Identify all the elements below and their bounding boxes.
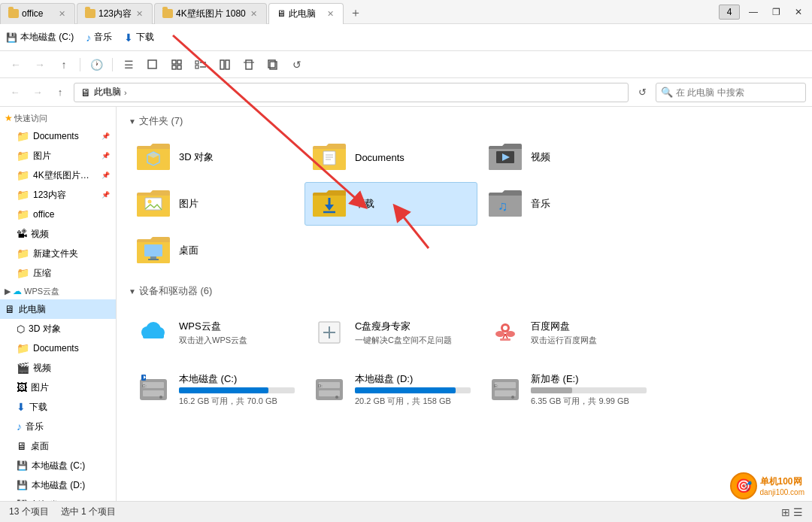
tab-close-123[interactable]: ✕ (135, 9, 144, 19)
drive-item-baidu[interactable]: 百度网盘 双击运行百度网盘 (480, 305, 653, 360)
quick-item-c[interactable]: 💾 本地磁盘 (C:) (3, 29, 77, 45)
tab-close-4k[interactable]: ✕ (249, 9, 259, 19)
svg-point-41 (495, 331, 504, 337)
folders-toggle[interactable]: ▼ (129, 117, 136, 126)
folder-icon-docs (311, 141, 347, 173)
back-button[interactable]: ← (6, 55, 26, 74)
status-bar: 13 个项目 选中 1 个项目 ⊞ ☰ (0, 501, 812, 522)
window-button[interactable] (143, 55, 162, 74)
forward-button[interactable]: → (30, 55, 50, 74)
drives-toggle[interactable]: ▼ (129, 287, 136, 296)
folder-item-3d[interactable]: 3D 对象 (129, 135, 301, 179)
folder-item-video[interactable]: 视频 (480, 135, 653, 179)
tab-label: office (22, 8, 43, 19)
sidebar-item-pc[interactable]: 🖥 此电脑 (0, 299, 116, 319)
recent-button[interactable]: 🕐 (86, 55, 106, 74)
sidebar-item-office[interactable]: 📁 office (0, 205, 116, 224)
tab-pc[interactable]: 🖥 此电脑 ✕ (268, 3, 344, 24)
folders-section-header[interactable]: ▼ 文件夹 (7) (129, 114, 800, 128)
folder-item-image[interactable]: 图片 (129, 182, 301, 226)
drive-item-wps[interactable]: WPS云盘 双击进入WPS云盘 (129, 305, 301, 360)
sidebar-item-label: 本地磁盘 (C:) (32, 460, 85, 472)
tab-123[interactable]: 123内容 ✕ (77, 3, 153, 24)
drive-item-e[interactable]: E: 新加卷 (E:) 6.35 GB 可用，共 9.99 GB (480, 363, 653, 417)
view-btn3[interactable] (215, 55, 235, 74)
svg-point-49 (159, 396, 162, 399)
view-mode-btn2[interactable]: ☰ (793, 506, 803, 518)
svg-rect-9 (220, 60, 224, 69)
drives-section-header[interactable]: ▼ 设备和驱动器 (6) (129, 284, 800, 298)
new-tab-button[interactable]: ＋ (345, 3, 366, 24)
tab-office[interactable]: office ✕ (0, 3, 75, 24)
sidebar-item-c[interactable]: 💾 本地磁盘 (C:) (0, 456, 116, 475)
sidebar-item-vid[interactable]: 🎬 视频 (0, 358, 116, 378)
address-bar[interactable]: 🖥 此电脑 › (74, 83, 629, 102)
up-nav-btn[interactable]: ↑ (51, 83, 69, 102)
drive-item-c[interactable]: C: 本地磁盘 (C:) 16.2 GB 可用，共 70.0 GB (129, 363, 301, 417)
restore-button[interactable]: ❐ (765, 2, 786, 23)
svg-text:♫: ♫ (498, 199, 508, 214)
forward-nav-btn[interactable]: → (29, 83, 47, 102)
sidebar-item-e[interactable]: 💾 新加卷 (E:) (0, 495, 116, 501)
svg-rect-10 (226, 60, 229, 69)
quick-item-download[interactable]: ⬇ 下载 (121, 29, 157, 45)
crop-btn[interactable] (239, 55, 259, 74)
main-layout: ★ 快速访问 📁 Documents 📌 📁 图片 📌 📁 4K壁纸图片… 📌 … (0, 107, 812, 501)
search-box[interactable]: 🔍 (656, 83, 806, 102)
folder-name: Documents (355, 152, 404, 163)
view-mode-btn1[interactable]: ⊞ (781, 506, 790, 518)
sidebar-item-mus[interactable]: ♪ 音乐 (0, 417, 116, 436)
folder-item-music[interactable]: ♫ 音乐 (480, 182, 653, 226)
tab-4k[interactable]: 4K壁纸图片 1080 ✕ (154, 3, 267, 24)
sidebar-item-dl[interactable]: ⬇ 下载 (0, 397, 116, 417)
copy-btn[interactable] (263, 55, 283, 74)
svg-point-56 (335, 396, 338, 399)
svg-rect-30 (150, 256, 156, 259)
quick-access-header: ★ 快速访问 (0, 110, 116, 126)
sidebar-item-desktop[interactable]: 🖥 桌面 (0, 436, 116, 456)
sidebar-item-d[interactable]: 💾 本地磁盘 (D:) (0, 475, 116, 495)
drive-item-d[interactable]: D: 本地磁盘 (D:) 20.2 GB 可用，共 158 GB (304, 363, 477, 417)
sidebar-item-123[interactable]: 📁 123内容 📌 (0, 185, 116, 205)
search-input[interactable] (676, 87, 801, 98)
drive-item-slim[interactable]: C盘瘦身专家 一键解决C盘空间不足问题 (304, 305, 477, 360)
sidebar-item-newfolder[interactable]: 📁 新建文件夹 (0, 244, 116, 263)
baidu-svg (489, 316, 522, 349)
refresh-btn[interactable]: ↺ (287, 55, 307, 74)
folder-name: 3D 对象 (179, 150, 214, 164)
address-refresh-btn[interactable]: ↺ (633, 83, 651, 102)
sidebar-item-label: 新建文件夹 (33, 247, 78, 260)
minimize-button[interactable]: — (743, 2, 764, 23)
quick-access-label: 快速访问 (14, 113, 47, 124)
folder-item-docs[interactable]: Documents (304, 135, 477, 179)
hdd-icon: 💾 (17, 499, 28, 501)
sidebar-item-documents[interactable]: 📁 Documents 📌 (0, 126, 116, 146)
view-btn2[interactable] (191, 55, 211, 74)
svg-rect-43 (500, 338, 511, 341)
sidebar-item-docs[interactable]: 📁 Documents (0, 338, 116, 358)
menu-button[interactable]: ☰ (119, 55, 138, 74)
tab-close-pc[interactable]: ✕ (326, 9, 335, 19)
folder-icon: 📁 (17, 342, 29, 354)
svg-rect-4 (177, 65, 181, 69)
up-button[interactable]: ↑ (54, 55, 74, 74)
quick-item-music[interactable]: ♪ 音乐 (83, 29, 115, 45)
quick-item-label: 音乐 (94, 31, 112, 44)
sidebar-wps[interactable]: ▶ ☁ WPS云盘 (0, 283, 116, 299)
watermark-sub: danji100.com (760, 488, 804, 496)
sidebar-item-3d[interactable]: ⬡ 3D 对象 (0, 319, 116, 338)
sidebar-item-compress[interactable]: 📁 压缩 (0, 263, 116, 283)
sidebar-item-img[interactable]: 🖼 图片 (0, 378, 116, 397)
sidebar-item-video[interactable]: 📽 视频 (0, 224, 116, 244)
sidebar-item-4k[interactable]: 📁 4K壁纸图片… 📌 (0, 165, 116, 185)
content-area: ▼ 文件夹 (7) 3D 对象 (117, 107, 812, 501)
sidebar-item-pictures[interactable]: 📁 图片 📌 (0, 146, 116, 165)
folder-icon: 📁 (17, 169, 29, 181)
back-nav-btn[interactable]: ← (6, 83, 24, 102)
pin-icon: 📌 (102, 171, 110, 179)
tab-close-office[interactable]: ✕ (57, 9, 67, 19)
folder-item-download[interactable]: 下载 (304, 182, 477, 226)
view-btn1[interactable] (167, 55, 186, 74)
close-button[interactable]: ✕ (788, 2, 809, 23)
folder-item-desktop[interactable]: 桌面 (129, 229, 301, 272)
